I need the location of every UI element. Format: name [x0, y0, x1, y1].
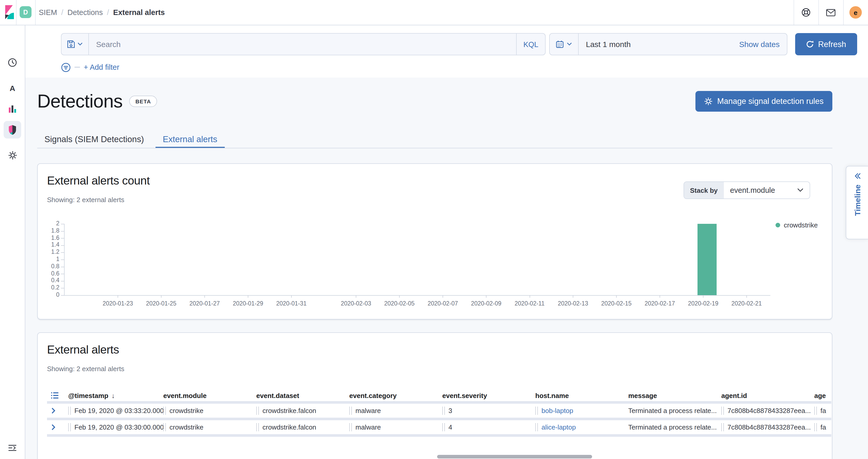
topbar-divider: [35, 0, 36, 25]
column-header-event-severity[interactable]: event.severity: [442, 392, 535, 399]
cell-agent-type[interactable]: fa: [814, 423, 831, 431]
drag-handle-icon[interactable]: [68, 423, 71, 431]
cell-timestamp[interactable]: Feb 19, 2020 @ 03:33:20.000: [68, 407, 163, 415]
gear-icon: [8, 151, 17, 159]
y-axis-label: 0: [33, 292, 59, 298]
drag-handle-icon[interactable]: [163, 407, 166, 415]
stack-by-select[interactable]: event.module: [724, 182, 810, 198]
drag-handle-icon[interactable]: [535, 423, 538, 431]
drag-handle-icon[interactable]: [535, 407, 538, 415]
help-button[interactable]: [794, 0, 818, 25]
cell-event-severity[interactable]: 4: [442, 423, 535, 431]
tab-signals[interactable]: Signals (SIEM Detections): [37, 130, 151, 148]
drag-handle-icon[interactable]: [442, 423, 445, 431]
column-header-timestamp[interactable]: @timestamp ↓: [68, 392, 163, 399]
column-header-message[interactable]: message: [628, 392, 721, 399]
page-header: Detections BETA Manage signal detection …: [37, 91, 832, 112]
x-axis-label: 2020-02-17: [645, 300, 675, 307]
drag-handle-icon[interactable]: [163, 423, 166, 431]
saved-query-menu-button[interactable]: [61, 34, 89, 55]
date-quick-select-button[interactable]: [550, 34, 579, 55]
drag-handle-icon[interactable]: [68, 407, 71, 415]
nav-recent-items[interactable]: [0, 54, 25, 71]
y-axis-label: 0.6: [33, 270, 59, 276]
x-axis-label: 2020-01-31: [276, 300, 307, 307]
nav-visualize[interactable]: [0, 100, 25, 118]
x-axis-label: 2020-02-13: [558, 300, 588, 307]
cell-host-name[interactable]: alice-laptop: [535, 423, 628, 431]
manage-signal-detection-rules-button[interactable]: Manage signal detection rules: [695, 91, 832, 112]
filter-circle-icon[interactable]: [61, 62, 71, 72]
cell-host-name[interactable]: bob-laptop: [535, 407, 628, 415]
y-axis-label: 1.4: [33, 242, 59, 248]
space-avatar[interactable]: D: [20, 6, 32, 18]
drag-handle-icon[interactable]: [721, 407, 724, 415]
save-icon: [67, 40, 75, 48]
cell-timestamp[interactable]: Feb 19, 2020 @ 03:30:00.000: [68, 423, 163, 431]
menu-collapse-icon: [8, 444, 17, 452]
drag-handle-icon[interactable]: [256, 407, 259, 415]
nav-app-a[interactable]: A: [0, 79, 25, 97]
cell-agent-id[interactable]: 7c808b4c8878433287eea...: [721, 407, 814, 415]
table-header-row: @timestamp ↓ event.module event.dataset …: [47, 390, 831, 404]
column-header-agent-id[interactable]: agent.id: [721, 392, 814, 399]
stack-by-label: Stack by: [684, 182, 724, 198]
column-header-agent-type[interactable]: age: [814, 392, 831, 399]
cell-event-category[interactable]: malware: [349, 423, 442, 431]
y-axis-ticks: [61, 224, 64, 296]
cell-event-module[interactable]: crowdstrike: [163, 407, 256, 415]
drag-handle-icon[interactable]: [721, 423, 724, 431]
drag-handle-icon[interactable]: [349, 407, 352, 415]
y-axis-label: 1.8: [33, 227, 59, 234]
legend-dot-icon: [776, 223, 780, 227]
drag-handle-icon[interactable]: [349, 423, 352, 431]
x-axis-label: 2020-01-25: [146, 300, 177, 307]
add-filter-button[interactable]: + Add filter: [84, 63, 119, 71]
kql-syntax-button[interactable]: KQL: [516, 34, 545, 55]
refresh-button[interactable]: Refresh: [795, 33, 857, 55]
search-input[interactable]: [89, 40, 516, 49]
column-header-event-dataset[interactable]: event.dataset: [256, 392, 349, 399]
date-range-value[interactable]: Last 1 month: [579, 40, 732, 49]
cell-event-module[interactable]: crowdstrike: [163, 423, 256, 431]
cell-event-dataset[interactable]: crowdstrike.falcon: [256, 423, 349, 431]
table-showing-count: Showing: 2 external alerts: [47, 365, 124, 373]
column-header-event-category[interactable]: event.category: [349, 392, 442, 399]
breadcrumb-siem[interactable]: SIEM: [39, 8, 57, 17]
kibana-logo-icon[interactable]: [5, 5, 14, 19]
drag-handle-icon[interactable]: [256, 423, 259, 431]
legend-label[interactable]: crowdstrike: [784, 221, 818, 229]
tab-external-alerts[interactable]: External alerts: [156, 130, 224, 148]
bar-chart-icon: [8, 104, 17, 114]
timeline-toggle-button[interactable]: Timeline: [846, 166, 868, 239]
drag-handle-icon[interactable]: [814, 407, 817, 415]
x-axis-label: 2020-02-05: [384, 300, 414, 307]
cell-event-category[interactable]: malware: [349, 407, 442, 415]
nav-siem[interactable]: [0, 121, 25, 139]
page-title: Detections: [37, 91, 122, 112]
column-header-event-module[interactable]: event.module: [163, 392, 256, 399]
y-axis-label: 2: [33, 220, 59, 226]
drag-handle-icon[interactable]: [814, 423, 817, 431]
breadcrumb-detections[interactable]: Detections: [67, 8, 103, 17]
drag-handle-icon[interactable]: [442, 407, 445, 415]
cell-event-dataset[interactable]: crowdstrike.falcon: [256, 407, 349, 415]
show-dates-button[interactable]: Show dates: [732, 40, 787, 49]
cell-event-severity[interactable]: 3: [442, 407, 535, 415]
user-menu-button[interactable]: e: [843, 0, 868, 25]
column-header-host-name[interactable]: host.name: [535, 392, 628, 399]
cell-agent-id[interactable]: 7c808b4c8878433287eea...: [721, 423, 814, 431]
timeline-label: Timeline: [853, 185, 862, 216]
external-alerts-table-panel: External alerts Showing: 2 external aler…: [37, 332, 832, 459]
chart-bar-crowdstrike-2020-02-19[interactable]: [698, 224, 717, 295]
nav-management[interactable]: [0, 146, 25, 164]
newsfeed-button[interactable]: [818, 0, 843, 25]
columns-selector-button[interactable]: [47, 392, 68, 399]
row-expand-button[interactable]: [47, 407, 68, 414]
filter-divider: [74, 67, 80, 68]
row-expand-button[interactable]: [47, 424, 68, 431]
clock-icon: [8, 58, 17, 67]
collapse-nav-button[interactable]: [0, 441, 25, 454]
cell-agent-type[interactable]: fa: [814, 407, 831, 415]
horizontal-scrollbar-thumb[interactable]: [437, 455, 592, 458]
